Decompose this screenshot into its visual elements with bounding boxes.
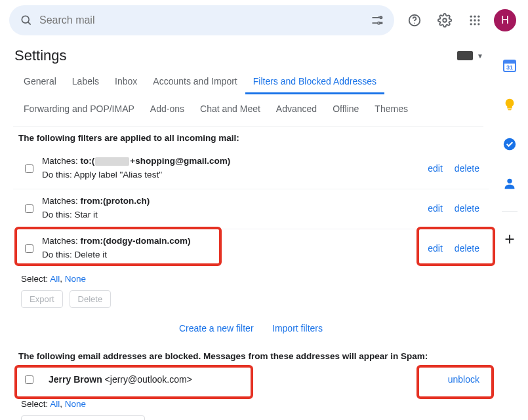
tab-advanced[interactable]: Advanced [268, 97, 325, 121]
redacted-text [95, 157, 129, 166]
filter-description: Matches: from:(proton.ch)Do this: Star i… [42, 195, 428, 222]
filter-row: Matches: from:(proton.ch)Do this: Star i… [13, 189, 489, 229]
calendar-app-icon[interactable]: 31 [498, 54, 521, 77]
select-none-link[interactable]: None [65, 399, 86, 409]
svg-point-9 [477, 16, 479, 18]
delete-filter-link[interactable]: delete [455, 203, 479, 214]
svg-point-10 [470, 19, 472, 21]
contacts-app-icon[interactable] [498, 172, 521, 195]
tab-forwarding-and-pop-imap[interactable]: Forwarding and POP/IMAP [16, 97, 142, 121]
svg-point-15 [477, 23, 479, 25]
select-all-link[interactable]: All [50, 399, 60, 409]
blocked-checkbox[interactable] [25, 375, 33, 384]
svg-rect-19 [508, 109, 512, 110]
filter-checkbox[interactable] [25, 204, 33, 213]
add-app-icon[interactable] [498, 227, 521, 251]
account-avatar[interactable]: H [494, 9, 516, 31]
tab-labels[interactable]: Labels [64, 69, 107, 94]
tab-offline[interactable]: Offline [325, 97, 367, 121]
apps-grid-icon[interactable] [464, 9, 486, 31]
filter-description: Matches: from:(dodgy-domain.com)Do this:… [42, 235, 428, 262]
svg-point-8 [474, 16, 476, 18]
keyboard-icon [457, 51, 473, 60]
svg-line-1 [28, 22, 31, 25]
filter-row: Matches: to:(+shopping@gmail.com)Do this… [13, 149, 489, 189]
tab-accounts-and-import[interactable]: Accounts and Import [145, 69, 245, 94]
unblock-link[interactable]: unblock [448, 374, 479, 385]
tab-add-ons[interactable]: Add-ons [142, 97, 192, 121]
filter-checkbox[interactable] [25, 164, 33, 173]
svg-point-7 [470, 16, 472, 18]
filters-select-row: Select: All, None [13, 269, 489, 288]
unblock-selected-button[interactable]: Unblock selected addresses [21, 415, 145, 420]
edit-filter-link[interactable]: edit [428, 243, 443, 254]
blocked-address-row: Jerry Brown <jerry@outlook.com> unblock [13, 368, 489, 394]
svg-point-6 [443, 18, 447, 22]
tab-chat-and-meet[interactable]: Chat and Meet [192, 97, 268, 121]
settings-gear-icon[interactable] [434, 9, 456, 31]
page-title: Settings [14, 47, 67, 64]
blocked-select-row: Select: All, None [13, 394, 489, 413]
select-all-link[interactable]: All [50, 274, 60, 284]
select-none-link[interactable]: None [65, 274, 86, 284]
delete-button[interactable]: Delete [70, 290, 112, 308]
tab-filters-and-blocked-addresses[interactable]: Filters and Blocked Addresses [245, 69, 384, 94]
blocked-address-text: Jerry Brown <jerry@outlook.com> [42, 374, 448, 385]
create-filter-link[interactable]: Create a new filter [179, 323, 254, 334]
svg-point-14 [474, 23, 476, 25]
blocked-section-heading: The following email addresses are blocke… [13, 345, 489, 368]
svg-point-11 [474, 19, 476, 21]
export-button[interactable]: Export [21, 290, 63, 308]
keep-app-icon[interactable] [498, 93, 521, 117]
svg-point-0 [22, 16, 29, 23]
filter-description: Matches: to:(+shopping@gmail.com)Do this… [42, 155, 428, 182]
filters-section-heading: The following filters are applied to all… [13, 126, 489, 149]
edit-filter-link[interactable]: edit [428, 203, 443, 214]
svg-rect-17 [504, 60, 516, 64]
delete-filter-link[interactable]: delete [455, 243, 479, 254]
svg-point-21 [507, 179, 512, 183]
svg-point-3 [378, 22, 380, 24]
svg-point-5 [414, 22, 415, 24]
import-filters-link[interactable]: Import filters [272, 323, 323, 334]
filter-checkbox[interactable] [25, 244, 33, 253]
search-icon [17, 11, 35, 29]
svg-point-12 [477, 19, 479, 21]
search-options-icon[interactable] [368, 11, 386, 29]
help-icon[interactable] [403, 9, 426, 31]
search-bar[interactable] [9, 5, 394, 35]
tasks-app-icon[interactable] [498, 132, 521, 156]
tab-general[interactable]: General [16, 69, 64, 94]
search-input[interactable] [35, 14, 368, 26]
tab-inbox[interactable]: Inbox [107, 69, 145, 94]
tab-themes[interactable]: Themes [367, 97, 416, 121]
delete-filter-link[interactable]: delete [455, 163, 479, 174]
svg-point-13 [470, 23, 472, 25]
dropdown-caret-icon: ▼ [477, 52, 483, 60]
edit-filter-link[interactable]: edit [428, 163, 443, 174]
input-tools-selector[interactable]: ▼ [457, 51, 483, 60]
filter-row: Matches: from:(dodgy-domain.com)Do this:… [13, 229, 489, 269]
svg-text:31: 31 [506, 64, 513, 71]
